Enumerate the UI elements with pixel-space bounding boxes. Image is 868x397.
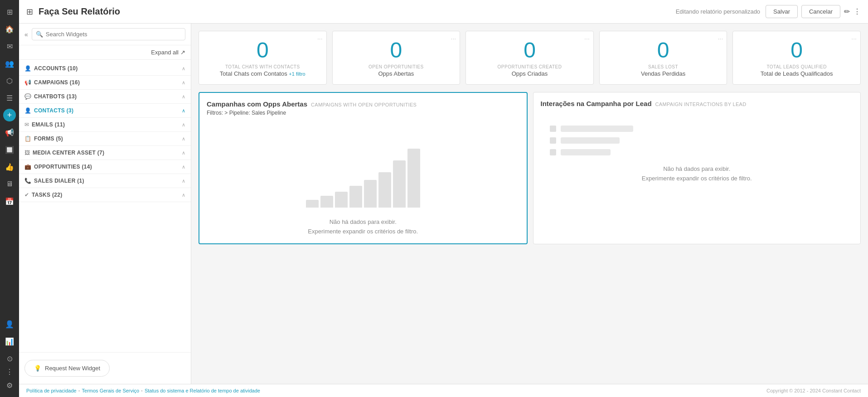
skeleton-bar-2 bbox=[561, 137, 620, 144]
stat-card-menu-3[interactable]: ··· bbox=[718, 35, 723, 42]
nav-grid-icon[interactable]: ⊞ bbox=[1, 4, 18, 20]
nav-more-dots[interactable]: ⋮ bbox=[6, 368, 13, 376]
editing-label: Editando relatório personalizado bbox=[676, 8, 760, 15]
bar-col-3 bbox=[349, 186, 362, 208]
bar-col-4 bbox=[364, 180, 377, 208]
grid-menu-icon[interactable]: ⊞ bbox=[26, 7, 33, 17]
bar-4 bbox=[364, 180, 377, 208]
category-chevron-emails: ∧ bbox=[182, 122, 185, 128]
sidebar-category-media_center[interactable]: 🖼 MEDIA CENTER ASSET (7) ∧ bbox=[19, 146, 191, 160]
sidebar-category-opportunities[interactable]: 💼 OPPORTUNITIES (14) ∧ bbox=[19, 160, 191, 174]
lightbulb-icon: 💡 bbox=[34, 365, 41, 372]
bar-col-2 bbox=[335, 192, 348, 208]
category-chevron-opportunities: ∧ bbox=[182, 164, 185, 170]
nav-monitor-icon[interactable]: 🖥 bbox=[1, 176, 18, 192]
stat-card-menu-4[interactable]: ··· bbox=[851, 35, 857, 42]
main-content: ⊞ Faça Seu Relatório Editando relatório … bbox=[19, 0, 868, 397]
collapse-sidebar-button[interactable]: « bbox=[24, 31, 28, 38]
nav-chart-icon[interactable]: 📊 bbox=[1, 333, 18, 349]
search-input[interactable] bbox=[46, 31, 181, 38]
header-actions: Salvar Cancelar ✏ ⋮ bbox=[766, 5, 861, 18]
skeleton-row-1 bbox=[550, 126, 844, 132]
category-chevron-forms: ∧ bbox=[182, 136, 185, 142]
skeleton-row-2 bbox=[550, 137, 844, 144]
sidebar-category-accounts[interactable]: 👤 ACCOUNTS (10) ∧ bbox=[19, 62, 191, 76]
category-name-campaigns: CAMPAIGNS (16) bbox=[34, 79, 179, 86]
nav-form-icon[interactable]: 🔲 bbox=[1, 141, 18, 158]
nav-network-icon[interactable]: ⬡ bbox=[1, 73, 18, 89]
edit-icon[interactable]: ✏ bbox=[844, 7, 850, 16]
skeleton-dot-2 bbox=[550, 137, 556, 144]
side-chart-title-pt: Interações na Campanha por Lead bbox=[541, 100, 652, 107]
body-area: « 🔍 Expand all ↗ 👤 ACCOUNTS (10) ∧ bbox=[19, 24, 868, 384]
side-chart-no-data: Não há dados para exibir. Experimente ex… bbox=[541, 165, 853, 184]
side-chart-title-en: CAMPAIGN INTERACTIONS BY LEAD bbox=[655, 102, 747, 107]
category-chevron-media_center: ∧ bbox=[182, 150, 185, 156]
request-widget-button[interactable]: 💡 Request New Widget bbox=[24, 360, 110, 377]
sidebar: « 🔍 Expand all ↗ 👤 ACCOUNTS (10) ∧ bbox=[19, 24, 191, 384]
skeleton-dot-1 bbox=[550, 126, 556, 132]
skeleton-dot-3 bbox=[550, 149, 556, 155]
stat-card-3: ··· 0 SALES LOST Vendas Perdidas bbox=[599, 31, 727, 85]
sidebar-category-tasks[interactable]: ✔ TASKS (22) ∧ bbox=[19, 188, 191, 202]
stat-value-1: 0 bbox=[340, 39, 453, 63]
stat-label-en-4: TOTAL LEADS QUALIFIED bbox=[740, 64, 853, 69]
sidebar-category-campaigns[interactable]: 📢 CAMPAIGNS (16) ∧ bbox=[19, 76, 191, 90]
nav-thumbsup-icon[interactable]: 👍 bbox=[1, 159, 18, 175]
category-chevron-sales_dialer: ∧ bbox=[182, 178, 185, 184]
stat-label-pt-0: Total Chats com Contatos +1 filtro bbox=[206, 70, 319, 77]
main-chart-title-en: CAMPAIGNS WITH OPEN OPPORTUNITIES bbox=[311, 102, 417, 107]
stat-card-0: ··· 0 TOTAL CHATS WITH CONTACTS Total Ch… bbox=[199, 31, 327, 85]
sidebar-category-forms[interactable]: 📋 FORMS (5) ∧ bbox=[19, 132, 191, 146]
stat-value-2: 0 bbox=[473, 39, 586, 63]
category-chevron-campaigns: ∧ bbox=[182, 80, 185, 86]
stat-card-menu-0[interactable]: ··· bbox=[317, 35, 323, 42]
category-icon-sales_dialer: 📞 bbox=[24, 178, 31, 184]
sidebar-category-emails[interactable]: ✉ EMAILS (11) ∧ bbox=[19, 118, 191, 132]
sidebar-category-chatbots[interactable]: 💬 CHATBOTS (13) ∧ bbox=[19, 90, 191, 104]
stat-label-en-3: SALES LOST bbox=[607, 64, 720, 69]
nav-contacts-icon[interactable]: 👥 bbox=[1, 55, 18, 72]
copyright: Copyright © 2012 - 2024 Constant Contact bbox=[766, 388, 861, 393]
terms-link[interactable]: Termos Gerais de Serviço bbox=[82, 388, 140, 393]
footer-links: Política de privacidade • Termos Gerais … bbox=[26, 388, 260, 393]
bar-6 bbox=[393, 160, 406, 208]
stat-label-pt-3: Vendas Perdidas bbox=[607, 70, 720, 77]
nav-person-icon[interactable]: 👤 bbox=[1, 316, 18, 332]
expand-arrow-icon: ↗ bbox=[180, 49, 185, 56]
category-name-opportunities: OPPORTUNITIES (14) bbox=[34, 164, 179, 170]
sidebar-category-contacts[interactable]: 👤 CONTACTS (3) ∧ bbox=[19, 104, 191, 118]
sidebar-category-sales_dialer[interactable]: 📞 SALES DIALER (1) ∧ bbox=[19, 174, 191, 188]
cancel-button[interactable]: Cancelar bbox=[801, 5, 840, 18]
nav-settings-icon[interactable]: ⚙ bbox=[1, 377, 18, 393]
category-name-contacts: CONTACTS (3) bbox=[34, 107, 179, 114]
category-icon-media_center: 🖼 bbox=[24, 150, 30, 156]
stat-label-pt-1: Opps Abertas bbox=[340, 70, 453, 77]
category-icon-emails: ✉ bbox=[24, 121, 29, 128]
expand-all-button[interactable]: Expand all ↗ bbox=[151, 49, 185, 56]
stat-card-menu-1[interactable]: ··· bbox=[451, 35, 456, 42]
status-link[interactable]: Status do sistema e Relatório de tempo d… bbox=[145, 388, 260, 393]
stat-label-en-0: TOTAL CHATS WITH CONTACTS bbox=[206, 64, 319, 69]
main-chart-title-pt: Campanhas com Opps Abertas bbox=[207, 100, 307, 108]
category-name-sales_dialer: SALES DIALER (1) bbox=[34, 178, 179, 184]
nav-megaphone-icon[interactable]: 📢 bbox=[1, 124, 18, 140]
skeleton-bar-1 bbox=[561, 126, 633, 132]
nav-add-button[interactable]: + bbox=[3, 109, 16, 121]
nav-calendar-icon[interactable]: 📅 bbox=[1, 193, 18, 209]
sidebar-header: « 🔍 bbox=[19, 24, 191, 45]
category-icon-tasks: ✔ bbox=[24, 192, 29, 198]
bar-7 bbox=[407, 149, 420, 208]
nav-home-icon[interactable]: 🏠 bbox=[1, 21, 18, 37]
stat-card-menu-2[interactable]: ··· bbox=[584, 35, 590, 42]
nav-list-icon[interactable]: ☰ bbox=[1, 90, 18, 106]
bar-col-6 bbox=[393, 160, 406, 208]
nav-email-icon[interactable]: ✉ bbox=[1, 38, 18, 54]
stat-value-4: 0 bbox=[740, 39, 853, 63]
stat-label-pt-2: Opps Criadas bbox=[473, 70, 586, 77]
save-button[interactable]: Salvar bbox=[766, 5, 798, 18]
nav-circle-icon[interactable]: ⊙ bbox=[1, 350, 18, 367]
more-options-icon[interactable]: ⋮ bbox=[853, 7, 861, 16]
privacy-link[interactable]: Política de privacidade bbox=[26, 388, 77, 393]
category-chevron-accounts: ∧ bbox=[182, 66, 185, 72]
